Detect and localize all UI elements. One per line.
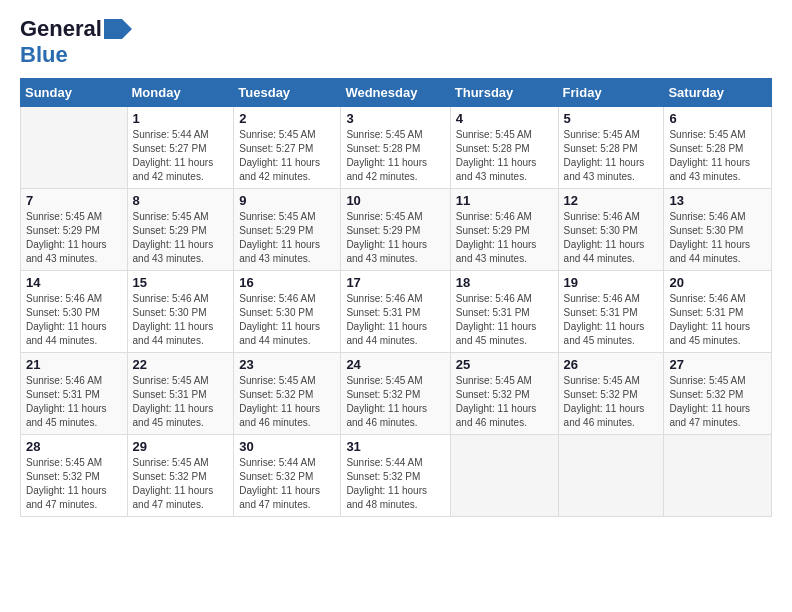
day-number: 21 — [26, 357, 122, 372]
calendar-cell: 25 Sunrise: 5:45 AM Sunset: 5:32 PM Dayl… — [450, 353, 558, 435]
sunrise-text: Sunrise: 5:45 AM — [669, 129, 745, 140]
calendar-cell: 22 Sunrise: 5:45 AM Sunset: 5:31 PM Dayl… — [127, 353, 234, 435]
sunset-text: Sunset: 5:32 PM — [239, 471, 313, 482]
svg-marker-0 — [104, 19, 132, 39]
calendar-cell: 13 Sunrise: 5:46 AM Sunset: 5:30 PM Dayl… — [664, 189, 772, 271]
sunset-text: Sunset: 5:30 PM — [239, 307, 313, 318]
calendar-cell: 9 Sunrise: 5:45 AM Sunset: 5:29 PM Dayli… — [234, 189, 341, 271]
daylight-text: Daylight: 11 hours and 43 minutes. — [669, 157, 750, 182]
day-number: 11 — [456, 193, 553, 208]
sunset-text: Sunset: 5:31 PM — [456, 307, 530, 318]
daylight-text: Daylight: 11 hours and 46 minutes. — [346, 403, 427, 428]
sunset-text: Sunset: 5:32 PM — [669, 389, 743, 400]
sunrise-text: Sunrise: 5:45 AM — [346, 211, 422, 222]
day-info: Sunrise: 5:46 AM Sunset: 5:30 PM Dayligh… — [26, 292, 122, 348]
daylight-text: Daylight: 11 hours and 42 minutes. — [346, 157, 427, 182]
calendar-cell: 20 Sunrise: 5:46 AM Sunset: 5:31 PM Dayl… — [664, 271, 772, 353]
calendar-cell: 24 Sunrise: 5:45 AM Sunset: 5:32 PM Dayl… — [341, 353, 450, 435]
sunset-text: Sunset: 5:30 PM — [669, 225, 743, 236]
sunset-text: Sunset: 5:30 PM — [564, 225, 638, 236]
daylight-text: Daylight: 11 hours and 47 minutes. — [26, 485, 107, 510]
calendar-cell: 8 Sunrise: 5:45 AM Sunset: 5:29 PM Dayli… — [127, 189, 234, 271]
day-number: 2 — [239, 111, 335, 126]
sunset-text: Sunset: 5:32 PM — [133, 471, 207, 482]
calendar-cell: 7 Sunrise: 5:45 AM Sunset: 5:29 PM Dayli… — [21, 189, 128, 271]
sunrise-text: Sunrise: 5:46 AM — [456, 211, 532, 222]
daylight-text: Daylight: 11 hours and 43 minutes. — [133, 239, 214, 264]
daylight-text: Daylight: 11 hours and 43 minutes. — [239, 239, 320, 264]
calendar-cell: 29 Sunrise: 5:45 AM Sunset: 5:32 PM Dayl… — [127, 435, 234, 517]
daylight-text: Daylight: 11 hours and 42 minutes. — [133, 157, 214, 182]
calendar-header-row: SundayMondayTuesdayWednesdayThursdayFrid… — [21, 79, 772, 107]
sunrise-text: Sunrise: 5:44 AM — [346, 457, 422, 468]
day-info: Sunrise: 5:45 AM Sunset: 5:29 PM Dayligh… — [26, 210, 122, 266]
daylight-text: Daylight: 11 hours and 43 minutes. — [26, 239, 107, 264]
sunrise-text: Sunrise: 5:46 AM — [456, 293, 532, 304]
day-number: 24 — [346, 357, 444, 372]
daylight-text: Daylight: 11 hours and 45 minutes. — [456, 321, 537, 346]
daylight-text: Daylight: 11 hours and 45 minutes. — [26, 403, 107, 428]
day-number: 15 — [133, 275, 229, 290]
sunset-text: Sunset: 5:32 PM — [346, 471, 420, 482]
day-info: Sunrise: 5:45 AM Sunset: 5:27 PM Dayligh… — [239, 128, 335, 184]
day-number: 31 — [346, 439, 444, 454]
header-monday: Monday — [127, 79, 234, 107]
day-info: Sunrise: 5:45 AM Sunset: 5:28 PM Dayligh… — [564, 128, 659, 184]
sunrise-text: Sunrise: 5:46 AM — [239, 293, 315, 304]
sunrise-text: Sunrise: 5:45 AM — [133, 211, 209, 222]
day-info: Sunrise: 5:45 AM Sunset: 5:28 PM Dayligh… — [456, 128, 553, 184]
calendar-cell — [450, 435, 558, 517]
sunrise-text: Sunrise: 5:46 AM — [133, 293, 209, 304]
sunrise-text: Sunrise: 5:46 AM — [346, 293, 422, 304]
day-number: 12 — [564, 193, 659, 208]
logo-blue-text: Blue — [20, 42, 68, 67]
daylight-text: Daylight: 11 hours and 48 minutes. — [346, 485, 427, 510]
sunrise-text: Sunrise: 5:45 AM — [26, 457, 102, 468]
sunrise-text: Sunrise: 5:45 AM — [239, 211, 315, 222]
calendar-cell: 16 Sunrise: 5:46 AM Sunset: 5:30 PM Dayl… — [234, 271, 341, 353]
daylight-text: Daylight: 11 hours and 44 minutes. — [239, 321, 320, 346]
day-info: Sunrise: 5:45 AM Sunset: 5:32 PM Dayligh… — [346, 374, 444, 430]
calendar-cell: 27 Sunrise: 5:45 AM Sunset: 5:32 PM Dayl… — [664, 353, 772, 435]
calendar-cell: 12 Sunrise: 5:46 AM Sunset: 5:30 PM Dayl… — [558, 189, 664, 271]
sunset-text: Sunset: 5:29 PM — [133, 225, 207, 236]
day-number: 23 — [239, 357, 335, 372]
day-info: Sunrise: 5:45 AM Sunset: 5:28 PM Dayligh… — [669, 128, 766, 184]
sunrise-text: Sunrise: 5:44 AM — [133, 129, 209, 140]
day-info: Sunrise: 5:44 AM Sunset: 5:32 PM Dayligh… — [346, 456, 444, 512]
day-info: Sunrise: 5:45 AM Sunset: 5:32 PM Dayligh… — [669, 374, 766, 430]
sunset-text: Sunset: 5:28 PM — [669, 143, 743, 154]
day-info: Sunrise: 5:44 AM Sunset: 5:32 PM Dayligh… — [239, 456, 335, 512]
calendar-cell: 21 Sunrise: 5:46 AM Sunset: 5:31 PM Dayl… — [21, 353, 128, 435]
logo-general-text: General — [20, 16, 102, 42]
daylight-text: Daylight: 11 hours and 44 minutes. — [669, 239, 750, 264]
sunrise-text: Sunrise: 5:46 AM — [26, 375, 102, 386]
daylight-text: Daylight: 11 hours and 42 minutes. — [239, 157, 320, 182]
sunset-text: Sunset: 5:32 PM — [456, 389, 530, 400]
calendar-cell — [664, 435, 772, 517]
sunrise-text: Sunrise: 5:45 AM — [133, 457, 209, 468]
daylight-text: Daylight: 11 hours and 44 minutes. — [26, 321, 107, 346]
day-info: Sunrise: 5:45 AM Sunset: 5:28 PM Dayligh… — [346, 128, 444, 184]
day-number: 7 — [26, 193, 122, 208]
calendar-cell: 28 Sunrise: 5:45 AM Sunset: 5:32 PM Dayl… — [21, 435, 128, 517]
day-info: Sunrise: 5:45 AM Sunset: 5:32 PM Dayligh… — [456, 374, 553, 430]
day-number: 6 — [669, 111, 766, 126]
sunset-text: Sunset: 5:28 PM — [564, 143, 638, 154]
calendar-cell: 11 Sunrise: 5:46 AM Sunset: 5:29 PM Dayl… — [450, 189, 558, 271]
sunrise-text: Sunrise: 5:46 AM — [669, 211, 745, 222]
daylight-text: Daylight: 11 hours and 44 minutes. — [346, 321, 427, 346]
week-row-2: 7 Sunrise: 5:45 AM Sunset: 5:29 PM Dayli… — [21, 189, 772, 271]
day-number: 25 — [456, 357, 553, 372]
calendar-cell: 3 Sunrise: 5:45 AM Sunset: 5:28 PM Dayli… — [341, 107, 450, 189]
day-number: 19 — [564, 275, 659, 290]
sunset-text: Sunset: 5:28 PM — [456, 143, 530, 154]
daylight-text: Daylight: 11 hours and 47 minutes. — [239, 485, 320, 510]
daylight-text: Daylight: 11 hours and 46 minutes. — [564, 403, 645, 428]
daylight-text: Daylight: 11 hours and 44 minutes. — [564, 239, 645, 264]
day-info: Sunrise: 5:45 AM Sunset: 5:32 PM Dayligh… — [564, 374, 659, 430]
daylight-text: Daylight: 11 hours and 44 minutes. — [133, 321, 214, 346]
sunrise-text: Sunrise: 5:45 AM — [239, 375, 315, 386]
sunset-text: Sunset: 5:29 PM — [239, 225, 313, 236]
logo-icon — [104, 19, 132, 39]
